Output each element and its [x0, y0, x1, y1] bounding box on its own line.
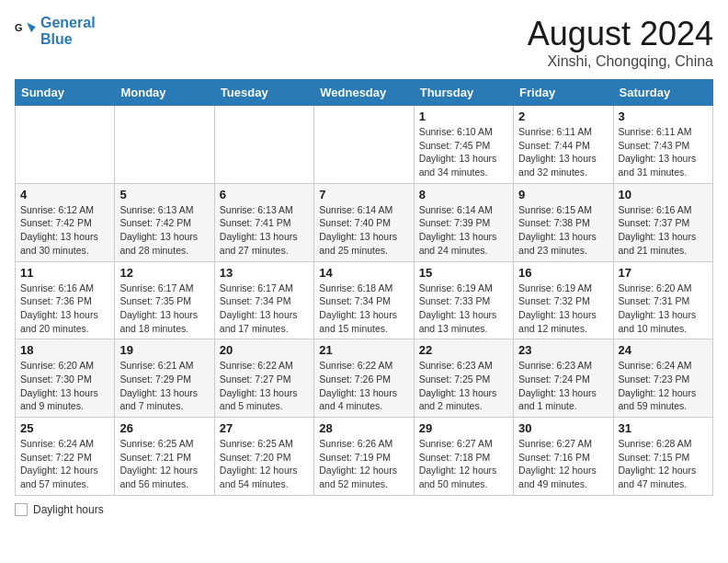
- day-cell: 3Sunrise: 6:11 AM Sunset: 7:43 PM Daylig…: [613, 106, 712, 184]
- calendar-table: SundayMondayTuesdayWednesdayThursdayFrid…: [15, 79, 713, 496]
- day-cell: [214, 106, 313, 184]
- day-number: 16: [518, 266, 608, 280]
- day-header-friday: Friday: [514, 80, 613, 106]
- day-number: 17: [619, 266, 708, 280]
- day-cell: 22Sunrise: 6:23 AM Sunset: 7:25 PM Dayli…: [414, 339, 513, 418]
- day-number: 5: [119, 188, 209, 201]
- day-number: 14: [319, 266, 408, 280]
- day-info: Sunrise: 6:23 AM Sunset: 7:24 PM Dayligh…: [518, 359, 608, 413]
- day-info: Sunrise: 6:11 AM Sunset: 7:43 PM Dayligh…: [619, 125, 708, 179]
- day-number: 25: [20, 421, 109, 435]
- day-cell: 17Sunrise: 6:20 AM Sunset: 7:31 PM Dayli…: [613, 261, 712, 339]
- day-cell: 16Sunrise: 6:19 AM Sunset: 7:32 PM Dayli…: [514, 261, 613, 339]
- day-info: Sunrise: 6:13 AM Sunset: 7:42 PM Dayligh…: [119, 203, 209, 258]
- day-info: Sunrise: 6:17 AM Sunset: 7:35 PM Dayligh…: [119, 282, 209, 336]
- header-row: SundayMondayTuesdayWednesdayThursdayFrid…: [16, 80, 713, 106]
- day-number: 26: [119, 421, 209, 435]
- day-cell: 15Sunrise: 6:19 AM Sunset: 7:33 PM Dayli…: [414, 261, 513, 339]
- day-number: 9: [518, 188, 608, 201]
- day-info: Sunrise: 6:26 AM Sunset: 7:19 PM Dayligh…: [319, 437, 408, 491]
- day-cell: [16, 106, 115, 184]
- day-cell: 19Sunrise: 6:21 AM Sunset: 7:29 PM Dayli…: [115, 339, 214, 418]
- day-number: 2: [518, 109, 608, 123]
- day-info: Sunrise: 6:11 AM Sunset: 7:44 PM Dayligh…: [518, 125, 608, 179]
- day-cell: 26Sunrise: 6:25 AM Sunset: 7:21 PM Dayli…: [115, 418, 214, 496]
- day-cell: 30Sunrise: 6:27 AM Sunset: 7:16 PM Dayli…: [514, 418, 613, 496]
- day-cell: 13Sunrise: 6:17 AM Sunset: 7:34 PM Dayli…: [214, 261, 313, 339]
- day-cell: 21Sunrise: 6:22 AM Sunset: 7:26 PM Dayli…: [314, 339, 414, 418]
- day-number: 3: [619, 109, 708, 123]
- day-cell: 14Sunrise: 6:18 AM Sunset: 7:34 PM Dayli…: [314, 261, 414, 339]
- day-number: 31: [619, 421, 708, 435]
- week-row-1: 4Sunrise: 6:12 AM Sunset: 7:42 PM Daylig…: [16, 183, 713, 261]
- logo-text: General Blue: [40, 15, 96, 47]
- week-row-0: 1Sunrise: 6:10 AM Sunset: 7:45 PM Daylig…: [16, 106, 713, 184]
- legend-box: [15, 503, 28, 516]
- day-number: 29: [419, 421, 508, 435]
- day-cell: 20Sunrise: 6:22 AM Sunset: 7:27 PM Dayli…: [214, 339, 313, 418]
- day-number: 24: [619, 343, 708, 357]
- day-cell: 18Sunrise: 6:20 AM Sunset: 7:30 PM Dayli…: [16, 339, 115, 418]
- page-subtitle: Xinshi, Chongqing, China: [528, 53, 713, 70]
- day-info: Sunrise: 6:27 AM Sunset: 7:18 PM Dayligh…: [419, 437, 508, 491]
- day-cell: 5Sunrise: 6:13 AM Sunset: 7:42 PM Daylig…: [115, 183, 214, 261]
- day-header-tuesday: Tuesday: [214, 80, 313, 106]
- day-info: Sunrise: 6:14 AM Sunset: 7:39 PM Dayligh…: [419, 203, 508, 258]
- day-info: Sunrise: 6:21 AM Sunset: 7:29 PM Dayligh…: [119, 359, 209, 413]
- day-info: Sunrise: 6:22 AM Sunset: 7:26 PM Dayligh…: [319, 359, 408, 413]
- day-number: 1: [419, 109, 508, 123]
- logo: G General Blue: [15, 15, 96, 47]
- day-info: Sunrise: 6:10 AM Sunset: 7:45 PM Dayligh…: [419, 125, 508, 179]
- day-number: 19: [119, 343, 209, 357]
- day-header-wednesday: Wednesday: [314, 80, 414, 106]
- day-cell: 8Sunrise: 6:14 AM Sunset: 7:39 PM Daylig…: [414, 183, 513, 261]
- day-info: Sunrise: 6:14 AM Sunset: 7:40 PM Dayligh…: [319, 203, 408, 258]
- day-number: 21: [319, 343, 408, 357]
- day-info: Sunrise: 6:28 AM Sunset: 7:15 PM Dayligh…: [619, 437, 708, 491]
- day-number: 28: [319, 421, 408, 435]
- day-info: Sunrise: 6:20 AM Sunset: 7:30 PM Dayligh…: [20, 359, 109, 413]
- day-number: 12: [119, 266, 209, 280]
- day-info: Sunrise: 6:23 AM Sunset: 7:25 PM Dayligh…: [419, 359, 508, 413]
- day-cell: 1Sunrise: 6:10 AM Sunset: 7:45 PM Daylig…: [414, 106, 513, 184]
- page-title: August 2024: [528, 15, 713, 53]
- day-info: Sunrise: 6:27 AM Sunset: 7:16 PM Dayligh…: [518, 437, 608, 491]
- header: G General Blue August 2024 Xinshi, Chong…: [15, 15, 713, 70]
- day-info: Sunrise: 6:15 AM Sunset: 7:38 PM Dayligh…: [518, 203, 608, 258]
- day-number: 13: [220, 266, 309, 280]
- logo-icon: G: [15, 20, 37, 42]
- day-number: 7: [319, 188, 408, 201]
- day-cell: 10Sunrise: 6:16 AM Sunset: 7:37 PM Dayli…: [613, 183, 712, 261]
- day-header-thursday: Thursday: [414, 80, 513, 106]
- day-info: Sunrise: 6:12 AM Sunset: 7:42 PM Dayligh…: [20, 203, 109, 258]
- day-info: Sunrise: 6:25 AM Sunset: 7:21 PM Dayligh…: [119, 437, 209, 491]
- day-info: Sunrise: 6:24 AM Sunset: 7:22 PM Dayligh…: [20, 437, 109, 491]
- day-info: Sunrise: 6:20 AM Sunset: 7:31 PM Dayligh…: [619, 282, 708, 336]
- day-info: Sunrise: 6:22 AM Sunset: 7:27 PM Dayligh…: [220, 359, 309, 413]
- day-cell: [314, 106, 414, 184]
- day-cell: 2Sunrise: 6:11 AM Sunset: 7:44 PM Daylig…: [514, 106, 613, 184]
- day-cell: 29Sunrise: 6:27 AM Sunset: 7:18 PM Dayli…: [414, 418, 513, 496]
- title-area: August 2024 Xinshi, Chongqing, China: [528, 15, 713, 70]
- day-number: 15: [419, 266, 508, 280]
- day-cell: 12Sunrise: 6:17 AM Sunset: 7:35 PM Dayli…: [115, 261, 214, 339]
- day-cell: 27Sunrise: 6:25 AM Sunset: 7:20 PM Dayli…: [214, 418, 313, 496]
- day-cell: 11Sunrise: 6:16 AM Sunset: 7:36 PM Dayli…: [16, 261, 115, 339]
- day-info: Sunrise: 6:19 AM Sunset: 7:33 PM Dayligh…: [419, 282, 508, 336]
- day-number: 27: [220, 421, 309, 435]
- day-header-monday: Monday: [115, 80, 214, 106]
- day-header-saturday: Saturday: [613, 80, 712, 106]
- day-header-sunday: Sunday: [16, 80, 115, 106]
- day-info: Sunrise: 6:18 AM Sunset: 7:34 PM Dayligh…: [319, 282, 408, 336]
- svg-text:G: G: [15, 22, 22, 33]
- day-number: 6: [220, 188, 309, 201]
- day-info: Sunrise: 6:24 AM Sunset: 7:23 PM Dayligh…: [619, 359, 708, 413]
- day-cell: 28Sunrise: 6:26 AM Sunset: 7:19 PM Dayli…: [314, 418, 414, 496]
- day-info: Sunrise: 6:16 AM Sunset: 7:37 PM Dayligh…: [619, 203, 708, 258]
- day-cell: 23Sunrise: 6:23 AM Sunset: 7:24 PM Dayli…: [514, 339, 613, 418]
- day-info: Sunrise: 6:17 AM Sunset: 7:34 PM Dayligh…: [220, 282, 309, 336]
- day-cell: 7Sunrise: 6:14 AM Sunset: 7:40 PM Daylig…: [314, 183, 414, 261]
- day-info: Sunrise: 6:25 AM Sunset: 7:20 PM Dayligh…: [220, 437, 309, 491]
- legend: Daylight hours: [15, 503, 713, 516]
- svg-marker-1: [27, 22, 36, 32]
